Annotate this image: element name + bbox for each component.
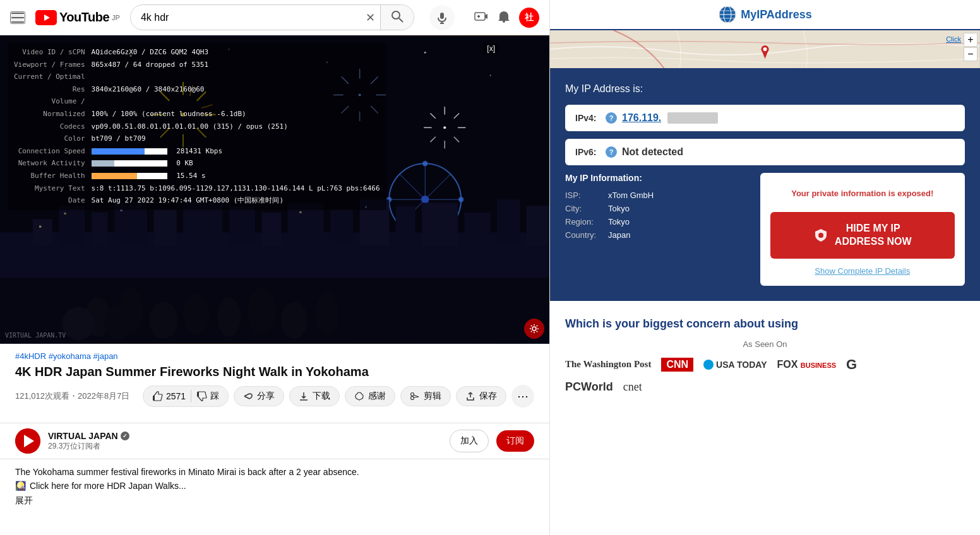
ip-main-panel: My IP Address is: IPv4: ? 176.119. IPv6:… — [550, 68, 980, 301]
codecs-value: vp09.00.51.08.01.01.01.01.00 (315) / opu… — [92, 121, 380, 132]
viewport-label: Viewport / Frames — [14, 59, 90, 71]
ipv6-row: IPv6: ? Not detected — [565, 139, 965, 165]
download-label: 下载 — [313, 391, 330, 402]
hamburger-menu[interactable] — [10, 11, 25, 24]
svg-rect-73 — [422, 203, 458, 245]
scissors-icon — [410, 391, 420, 401]
map-click-text[interactable]: Click — [946, 35, 961, 43]
thanks-button[interactable]: 感谢 — [345, 386, 395, 406]
ip-info-left: My IP Information: ISP: xTom GmbH City: … — [565, 173, 750, 286]
close-stats-button[interactable]: [x] — [483, 43, 499, 54]
ipv6-label: IPv6: — [575, 147, 601, 157]
search-clear-button[interactable]: ✕ — [361, 6, 380, 30]
search-bar: ✕ — [130, 4, 414, 30]
svg-rect-72 — [396, 206, 415, 245]
current-label: Current / Optimal — [14, 71, 90, 83]
video-actions: 2571 踩 分享 — [143, 385, 534, 408]
svg-point-114 — [818, 233, 823, 238]
svg-point-55 — [458, 197, 463, 202]
date-label: Date — [14, 195, 90, 206]
map-zoom-in-button[interactable]: + — [964, 33, 977, 47]
region-label: Region: — [565, 217, 603, 226]
svg-point-17 — [490, 74, 491, 76]
description-link: 🎑 Click here for more HDR Japan Walks... — [15, 481, 534, 491]
date-value: Sat Aug 27 2022 19:47:44 GMT+0800 (中国标准时… — [92, 195, 380, 206]
save-label: 保存 — [479, 391, 497, 402]
viewport-value: 865x487 / 64 dropped of 5351 — [92, 59, 380, 71]
video-stats: Video ID / sCPNAQidce6GzX0 / DZC6 GQM2 4… — [8, 43, 386, 210]
verified-icon: ✓ — [121, 432, 129, 440]
video-player[interactable]: Video ID / sCPNAQidce6GzX0 / DZC6 GQM2 4… — [0, 35, 549, 344]
volume-label: Volume / — [14, 96, 90, 107]
microphone-icon — [436, 11, 448, 24]
map-svg — [550, 30, 980, 68]
more-options-button[interactable]: ⋯ — [511, 385, 534, 408]
mystery-label: Mystery Text — [14, 183, 90, 194]
description-link-text[interactable]: Click here for more HDR Japan Walks... — [30, 481, 186, 491]
subscribe-button[interactable]: 订阅 — [496, 430, 534, 452]
join-button[interactable]: 加入 — [450, 430, 489, 452]
svg-point-86 — [183, 293, 209, 334]
ip-header-bar: MyIPAddress — [550, 0, 980, 30]
svg-rect-95 — [197, 392, 199, 397]
clip-button[interactable]: 剪辑 — [400, 386, 451, 406]
buffer-label: Buffer Health — [14, 170, 90, 182]
svg-point-38 — [443, 126, 446, 129]
ipv4-blurred — [667, 112, 718, 124]
notifications-button[interactable] — [496, 10, 511, 25]
svg-rect-65 — [153, 209, 176, 245]
show-details-button[interactable]: Show Complete IP Details — [815, 266, 910, 276]
color-label: Color — [14, 133, 90, 144]
region-value: Tokyo — [608, 217, 630, 226]
search-input[interactable] — [131, 7, 361, 28]
video-meta-row: 121,012次观看・2022年8月7日 2571 踩 — [15, 385, 534, 408]
create-icon — [474, 10, 489, 25]
mic-button[interactable] — [429, 5, 455, 30]
ip-info-right: Your private information is exposed! HID… — [760, 173, 965, 286]
svg-rect-68 — [261, 213, 281, 245]
like-button[interactable]: 2571 踩 — [143, 385, 229, 407]
ip-warning-text: Your private information is exposed! — [784, 183, 941, 204]
thanks-label: 感谢 — [368, 391, 386, 402]
usa-today-text: USA TODAY — [716, 360, 767, 370]
ipv6-help-button[interactable]: ? — [606, 146, 617, 158]
svg-point-85 — [149, 302, 178, 339]
svg-rect-62 — [59, 206, 85, 245]
hide-ip-button[interactable]: HIDE MY IP ADDRESS NOW — [770, 212, 955, 259]
conn-speed-value: 281431 Kbps — [176, 147, 222, 155]
media-logos-row1: The Washington Post CNN USA TODAY FOX BU… — [565, 356, 965, 373]
expand-description-button[interactable]: 展开 — [15, 495, 33, 507]
svg-point-91 — [62, 307, 95, 340]
city-label: City: — [565, 204, 603, 213]
youtube-lang: JP — [112, 14, 120, 21]
conn-speed-label: Connection Speed — [14, 146, 90, 157]
svg-point-97 — [411, 393, 414, 396]
svg-point-2 — [392, 11, 400, 19]
save-button[interactable]: 保存 — [456, 386, 506, 406]
video-title: 4K HDR Japan Summer Fireworks Night Walk… — [15, 363, 534, 380]
download-button[interactable]: 下载 — [289, 386, 340, 406]
channel-avatar[interactable] — [15, 428, 40, 454]
mystery-value: s:8 t:1113.75 b:1096.095-1129.127,1131.1… — [92, 183, 380, 194]
map-zoom-controls: + − — [964, 33, 977, 61]
video-tags[interactable]: #4kHDR #yokohama #japan — [15, 351, 534, 361]
create-button[interactable] — [474, 10, 489, 25]
share-button[interactable]: 分享 — [234, 386, 284, 406]
as-seen-on: As Seen On — [565, 339, 965, 349]
map-zoom-out-button[interactable]: − — [964, 47, 977, 61]
search-submit-button[interactable] — [380, 5, 414, 30]
ip-info-title: My IP Information: — [565, 173, 750, 183]
concern-title: Which is your biggest concern about usin… — [565, 316, 965, 332]
ipv4-row: IPv4: ? 176.119. — [565, 105, 965, 131]
ip-bottom-section: Which is your biggest concern about usin… — [550, 301, 980, 409]
youtube-content: Video ID / sCPNAQidce6GzX0 / DZC6 GQM2 4… — [0, 35, 549, 535]
usa-today-logo: USA TODAY — [703, 360, 767, 370]
ipv4-help-button[interactable]: ? — [606, 112, 617, 124]
map-area: + − Click — [550, 30, 980, 68]
avatar[interactable]: 社 — [519, 8, 539, 28]
shield-icon — [813, 228, 828, 243]
color-value: bt709 / bt709 — [92, 133, 380, 144]
ip-info-panel: My IP Information: ISP: xTom GmbH City: … — [565, 173, 965, 286]
isp-value: xTom GmbH — [608, 191, 654, 200]
svg-point-54 — [422, 161, 427, 166]
